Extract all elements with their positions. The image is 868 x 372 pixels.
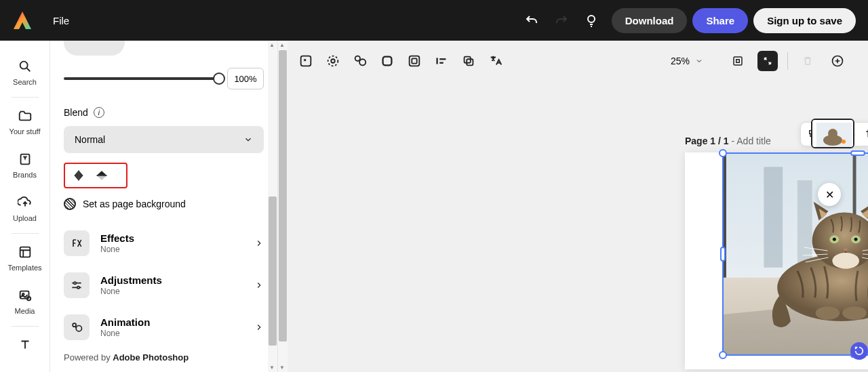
reset-transform-button[interactable] — [850, 342, 868, 360]
close-thumbnails-button[interactable]: ✕ — [818, 183, 841, 206]
svg-marker-0 — [14, 12, 31, 29]
nav-media[interactable]: Media — [0, 280, 50, 323]
sliders-icon — [64, 272, 90, 298]
flip-vertical-icon[interactable] — [95, 169, 108, 182]
chevron-right-icon — [254, 281, 264, 290]
color-picker-icon[interactable] — [326, 54, 340, 68]
generative-fill-icon[interactable] — [298, 54, 313, 68]
svg-point-60 — [842, 306, 867, 320]
svg-point-19 — [331, 59, 335, 63]
svg-point-14 — [77, 287, 79, 289]
svg-rect-24 — [412, 58, 416, 63]
effects-section[interactable]: EffectsNone — [64, 222, 264, 264]
redo-icon — [553, 12, 570, 28]
zoom-control[interactable]: 25% — [671, 56, 703, 66]
adobe-express-logo[interactable] — [12, 10, 33, 30]
svg-point-21 — [359, 59, 366, 65]
svg-point-70 — [842, 140, 846, 144]
file-menu[interactable]: File — [53, 15, 69, 26]
svg-point-51 — [854, 238, 858, 241]
flip-horizontal-icon[interactable] — [72, 169, 85, 182]
nav-brands-label: Brands — [13, 171, 37, 179]
lightbulb-icon[interactable] — [583, 12, 599, 28]
svg-point-52 — [832, 253, 859, 269]
canvas-scrollbar[interactable] — [278, 41, 288, 372]
translate-icon[interactable] — [488, 54, 503, 68]
nav-upload-label: Upload — [13, 214, 37, 222]
blend-mode-value: Normal — [75, 134, 105, 145]
crop-icon[interactable] — [863, 127, 868, 142]
undo-icon[interactable] — [524, 12, 540, 28]
panel-scrollbar[interactable] — [268, 41, 277, 372]
nav-media-label: Media — [15, 307, 35, 315]
svg-rect-39 — [797, 180, 812, 268]
set-as-page-bg[interactable]: Set as page background — [64, 198, 264, 210]
signup-button[interactable]: Sign up to save — [753, 8, 856, 33]
frame-icon[interactable] — [407, 54, 422, 68]
set-as-page-bg-label: Set as page background — [83, 199, 186, 209]
layers-icon[interactable] — [461, 54, 476, 68]
opacity-value[interactable]: 100% — [227, 68, 264, 89]
panel-footer: Powered by Adobe Photoshop — [50, 343, 277, 372]
handle-top-left[interactable] — [719, 149, 727, 157]
chevron-right-icon — [254, 239, 264, 248]
fx-icon — [64, 230, 90, 256]
svg-point-15 — [73, 323, 76, 327]
nav-search[interactable]: Search — [0, 51, 50, 94]
chevron-right-icon — [254, 323, 264, 332]
zoom-value: 25% — [671, 56, 690, 66]
svg-point-69 — [828, 129, 837, 138]
chevron-down-icon — [695, 57, 703, 65]
group-icon[interactable] — [728, 51, 748, 71]
info-icon[interactable]: i — [94, 107, 104, 118]
svg-point-49 — [833, 238, 836, 241]
flip-controls-highlight — [64, 163, 127, 188]
svg-rect-10 — [97, 175, 107, 176]
align-icon[interactable] — [434, 54, 449, 68]
nav-your-stuff[interactable]: Your stuff — [0, 100, 50, 144]
handle-top[interactable] — [850, 150, 865, 156]
nav-brands[interactable]: Brands — [0, 144, 50, 187]
panel-pill-collapsed — [64, 41, 125, 56]
animation-sub: None — [100, 329, 243, 338]
canvas-area[interactable]: 25% Page 1 / 1 - Add title Replace — [278, 41, 868, 372]
svg-rect-38 — [764, 167, 783, 267]
opacity-slider-knob[interactable] — [213, 73, 225, 85]
nav-text[interactable] — [0, 329, 50, 360]
add-page-icon[interactable] — [827, 51, 848, 71]
adjustments-section[interactable]: AdjustmentsNone — [64, 264, 264, 306]
image-selection[interactable] — [722, 152, 868, 356]
svg-point-12 — [74, 282, 76, 284]
download-button[interactable]: Download — [612, 8, 688, 33]
page-indicator[interactable]: Page 1 / 1 - Add title — [685, 136, 771, 146]
shape-icon[interactable] — [380, 54, 395, 68]
svg-rect-5 — [20, 247, 30, 257]
nav-your-stuff-label: Your stuff — [9, 127, 41, 136]
share-button[interactable]: Share — [692, 8, 748, 33]
nav-search-label: Search — [13, 78, 37, 86]
svg-rect-9 — [78, 171, 79, 181]
animation-icon — [64, 314, 90, 340]
handle-left[interactable] — [720, 247, 726, 262]
svg-rect-30 — [734, 57, 742, 65]
hatch-icon — [64, 198, 76, 210]
delete-icon — [797, 51, 818, 71]
handle-bottom-left[interactable] — [719, 351, 727, 359]
nav-templates[interactable]: Templates — [0, 236, 50, 280]
opacity-slider[interactable] — [64, 77, 219, 80]
nav-upload[interactable]: Upload — [0, 187, 50, 230]
left-nav: Search Your stuff Brands Upload Template… — [0, 41, 50, 372]
nav-templates-label: Templates — [7, 264, 41, 272]
svg-line-3 — [26, 68, 30, 72]
erase-icon[interactable] — [353, 54, 368, 68]
lock-aspect-icon[interactable] — [757, 51, 778, 71]
blend-label: Blend — [64, 107, 88, 118]
animation-section[interactable]: AnimationNone — [64, 306, 264, 343]
svg-point-2 — [20, 62, 27, 69]
adjustments-title: Adjustments — [100, 274, 243, 286]
blend-mode-select[interactable]: Normal — [64, 126, 264, 153]
page-thumbnail[interactable] — [811, 119, 854, 148]
top-bar: File Download Share Sign up to save — [0, 0, 868, 41]
cat-image — [724, 154, 868, 354]
properties-panel: 100% Blendi Normal Set as page backgroun… — [50, 41, 278, 372]
